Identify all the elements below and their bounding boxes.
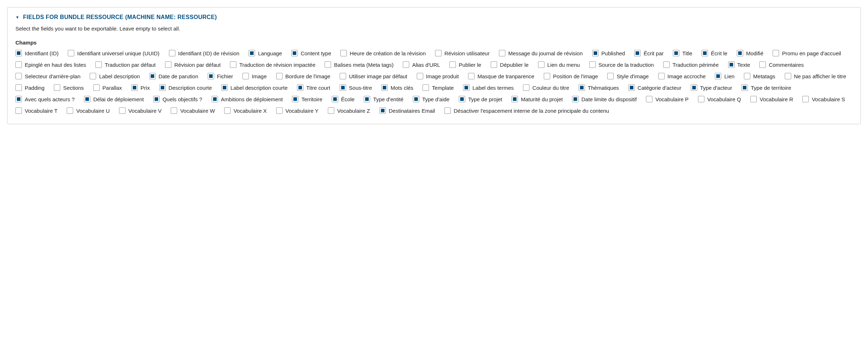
checkbox-label-territoire[interactable]: Territoire — [301, 96, 322, 102]
checkbox-label-image[interactable]: Image — [252, 73, 267, 79]
checkbox-unpublish-on[interactable] — [491, 61, 497, 68]
checkbox-maturite-projet[interactable] — [511, 96, 518, 102]
checkbox-image-border[interactable] — [276, 73, 283, 79]
checkbox-label-revision-id[interactable]: Identifiant (ID) de révision — [178, 50, 240, 56]
checkbox-label-template[interactable]: Template — [432, 85, 454, 91]
checkbox-lien[interactable] — [715, 73, 721, 79]
checkbox-label-trans-outdated[interactable]: Traduction périmée — [673, 62, 719, 68]
checkbox-trans-source[interactable] — [589, 61, 596, 68]
checkbox-image[interactable] — [242, 73, 249, 79]
checkbox-label-date-limite[interactable]: Date limite du dispositif — [581, 96, 637, 102]
checkbox-label-type-entite[interactable]: Type d'entité — [373, 96, 404, 102]
checkbox-published[interactable] — [592, 50, 599, 56]
checkbox-label-promu[interactable]: Promu en page d'accueil — [782, 50, 841, 56]
checkbox-label-uuid[interactable]: Identifiant universel unique (UUID) — [77, 50, 159, 56]
checkbox-default-rev[interactable] — [165, 61, 171, 68]
checkbox-label-thematiques[interactable]: Thématiques — [588, 85, 619, 91]
checkbox-language[interactable] — [249, 50, 255, 56]
checkbox-titre-court[interactable] — [297, 84, 303, 91]
checkbox-label-default-rev[interactable]: Révision par défaut — [174, 62, 221, 68]
checkbox-label-vocab-r[interactable]: Vocabulaire R — [760, 96, 793, 102]
checkbox-label-desc[interactable] — [90, 73, 96, 79]
checkbox-vocab-x[interactable] — [224, 107, 231, 114]
checkbox-vocab-v[interactable] — [119, 107, 126, 114]
checkbox-label-revision-user[interactable]: Révision utilisateur — [444, 50, 490, 56]
checkbox-vocab-w[interactable] — [171, 107, 177, 114]
checkbox-metatags2[interactable] — [744, 73, 750, 79]
checkbox-label-transparency-mask[interactable]: Masque de tranparence — [477, 73, 534, 79]
checkbox-quels-objectifs[interactable] — [153, 96, 160, 102]
checkbox-sous-titre[interactable] — [340, 84, 346, 91]
checkbox-revision-log[interactable] — [499, 50, 505, 56]
checkbox-delai-deploiement[interactable] — [84, 96, 90, 102]
checkbox-label-metatags2[interactable]: Metatags — [753, 73, 775, 79]
checkbox-label-vocab-u[interactable]: Vocabulaire U — [76, 108, 109, 114]
checkbox-label-unpublish-on[interactable]: Dépublier le — [500, 62, 529, 68]
checkbox-transparency-mask[interactable] — [468, 73, 475, 79]
checkbox-label-label-desc-courte[interactable]: Label description courte — [231, 85, 288, 91]
checkbox-label-titre-court[interactable]: Titre court — [306, 85, 330, 91]
checkbox-label-destinataires-email[interactable]: Destinataires Email — [389, 108, 435, 114]
checkbox-label-lien[interactable]: Lien — [724, 73, 734, 79]
checkbox-label-revision-time[interactable]: Heure de création de la révision — [350, 50, 426, 56]
checkbox-label-vocab-s[interactable]: Vocabulaire S — [812, 96, 845, 102]
checkbox-label-vocab-y[interactable]: Vocabulaire Y — [286, 108, 319, 114]
checkbox-label-trans-source[interactable]: Source de la traduction — [599, 62, 654, 68]
checkbox-ecrit-par[interactable] — [634, 50, 641, 56]
checkbox-label-vocab-x[interactable]: Vocabulaire X — [233, 108, 267, 114]
checkbox-commentaires[interactable] — [759, 61, 766, 68]
checkbox-vocab-q[interactable] — [698, 96, 704, 102]
checkbox-label-language[interactable]: Language — [258, 50, 282, 56]
checkbox-fichier[interactable] — [208, 73, 214, 79]
checkbox-label-vocab-v[interactable]: Vocabulaire V — [128, 108, 162, 114]
checkbox-revision-user[interactable] — [435, 50, 442, 56]
checkbox-vocab-s[interactable] — [802, 96, 809, 102]
checkbox-label-image-style[interactable]: Style d'image — [617, 73, 649, 79]
checkbox-sticky[interactable] — [15, 61, 22, 68]
checkbox-vocab-r[interactable] — [750, 96, 757, 102]
checkbox-bg-selector[interactable] — [15, 73, 22, 79]
checkbox-default-trans[interactable] — [95, 61, 102, 68]
checkbox-sections[interactable] — [54, 84, 60, 91]
checkbox-type-aide[interactable] — [413, 96, 419, 102]
checkbox-revision-id[interactable] — [169, 50, 175, 56]
checkbox-destinataires-email[interactable] — [379, 107, 386, 114]
checkbox-label-mots-cles[interactable]: Mots clés — [391, 85, 413, 91]
checkbox-label-hide-title[interactable]: Ne pas afficher le titre — [794, 73, 846, 79]
checkbox-couleur-titre[interactable] — [523, 84, 529, 91]
checkbox-modifie[interactable] — [737, 50, 743, 56]
checkbox-url-alias[interactable] — [403, 61, 409, 68]
checkbox-label-quels-objectifs[interactable]: Quels objectifs ? — [162, 96, 202, 102]
checkbox-label-use-default-image[interactable]: Utiliser image par défaut — [349, 73, 407, 79]
checkbox-hide-title[interactable] — [785, 73, 791, 79]
checkbox-desc-courte[interactable] — [159, 84, 166, 91]
checkbox-parallax[interactable] — [93, 84, 100, 91]
checkbox-disable-main-padding[interactable] — [444, 107, 451, 114]
checkbox-label-title[interactable]: Title — [682, 50, 692, 56]
checkbox-label-rev-trans-affected[interactable]: Traduction de révision impactée — [239, 62, 315, 68]
checkbox-label-label-desc[interactable]: Label description — [99, 73, 140, 79]
checkbox-label-sections[interactable]: Sections — [63, 85, 84, 91]
checkbox-vocab-u[interactable] — [67, 107, 73, 114]
checkbox-label-vocab-q[interactable]: Vocabulaire Q — [707, 96, 741, 102]
checkbox-label-maturite-projet[interactable]: Maturité du projet — [521, 96, 563, 102]
checkbox-ecrit-le[interactable] — [702, 50, 708, 56]
fieldset-toggle[interactable]: ▼ FIELDS FOR BUNDLE RESSOURCE (MACHINE N… — [15, 14, 853, 20]
checkbox-label-type-acteur[interactable]: Type d'acteur — [700, 85, 732, 91]
checkbox-prix[interactable] — [131, 84, 138, 91]
checkbox-categorie-acteur[interactable] — [628, 84, 635, 91]
checkbox-label-image-border[interactable]: Bordure de l'image — [286, 73, 330, 79]
checkbox-label-ambitions-deploiement[interactable]: Ambitions de déploiement — [221, 96, 283, 102]
checkbox-padding[interactable] — [15, 84, 22, 91]
checkbox-type-territoire[interactable] — [741, 84, 748, 91]
checkbox-mots-cles[interactable] — [381, 84, 388, 91]
checkbox-label-url-alias[interactable]: Alias d'URL — [412, 62, 440, 68]
checkbox-rev-trans-affected[interactable] — [230, 61, 236, 68]
checkbox-type-acteur[interactable] — [691, 84, 697, 91]
checkbox-label-vocab-p[interactable]: Vocabulaire P — [655, 96, 689, 102]
checkbox-label-label-termes[interactable]: Label des termes — [472, 85, 514, 91]
checkbox-label-menu-link[interactable]: Lien du menu — [547, 62, 580, 68]
checkbox-label-couleur-titre[interactable]: Couleur du titre — [532, 85, 569, 91]
checkbox-label-fichier[interactable]: Fichier — [217, 73, 233, 79]
checkbox-vocab-z[interactable] — [328, 107, 334, 114]
